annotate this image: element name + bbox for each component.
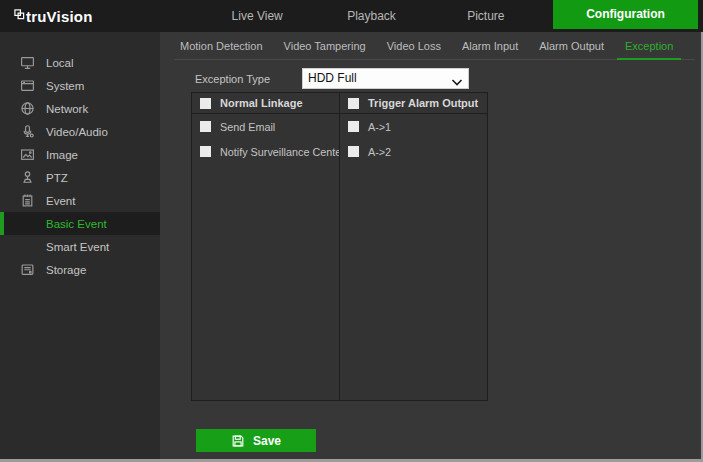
topbar: truVision Live ViewPlaybackPicture Confi… xyxy=(0,0,703,32)
sidebar-item-storage[interactable]: Storage xyxy=(0,258,160,281)
sidebar-item-label: System xyxy=(46,80,84,92)
sidebar-item-label: PTZ xyxy=(46,172,68,184)
linkage-item-a-1: A->1 xyxy=(340,114,487,139)
tab-alarm-input[interactable]: Alarm Input xyxy=(456,40,524,59)
column-header-label: Normal Linkage xyxy=(220,97,303,109)
exception-type-row: Exception Type HDD Full xyxy=(195,69,703,88)
sidebar-item-label: Video/Audio xyxy=(46,126,108,138)
sidebar-item-smart-event[interactable]: Smart Event xyxy=(0,235,160,258)
sidebar-item-image[interactable]: Image xyxy=(0,143,160,166)
save-label: Save xyxy=(253,434,281,448)
logo-icon xyxy=(14,6,25,17)
chevron-down-icon xyxy=(451,74,463,83)
ptz-icon xyxy=(20,170,35,185)
checkbox-trigger-alarm-output[interactable] xyxy=(348,98,359,109)
checkbox-send-email[interactable] xyxy=(200,121,211,132)
checkbox-a-2[interactable] xyxy=(348,146,359,157)
sidebar-item-event[interactable]: Event xyxy=(0,189,160,212)
sidebar-item-local[interactable]: Local xyxy=(0,51,160,74)
sidebar-item-label: Storage xyxy=(46,264,86,276)
exception-type-select[interactable]: HDD Full xyxy=(302,68,469,89)
linkage-item-notify-surveillance-center: Notify Surveillance Center xyxy=(192,139,339,164)
save-row: Save xyxy=(196,429,703,452)
column-header-normal-linkage: Normal Linkage xyxy=(192,93,339,114)
sidebar-item-system[interactable]: System xyxy=(0,74,160,97)
sidebar-item-label: Local xyxy=(46,57,74,69)
linkage-column-trigger-alarm-output: Trigger Alarm OutputA->1A->2 xyxy=(339,92,488,401)
save-button[interactable]: Save xyxy=(196,429,316,452)
image-icon xyxy=(20,147,35,162)
sidebar-item-label: Event xyxy=(46,195,75,207)
microphone-icon xyxy=(20,124,35,139)
app-logo: truVision xyxy=(14,6,93,25)
sidebar-item-network[interactable]: Network xyxy=(0,97,160,120)
linkage-column-normal-linkage: Normal LinkageSend EmailNotify Surveilla… xyxy=(191,92,340,401)
tab-motion-detection[interactable]: Motion Detection xyxy=(174,40,269,59)
sidebar-item-video-audio[interactable]: Video/Audio xyxy=(0,120,160,143)
globe-icon xyxy=(20,101,35,116)
column-header-label: Trigger Alarm Output xyxy=(368,97,478,109)
nav-item-playback[interactable]: Playback xyxy=(314,0,428,32)
sidebar-item-label: Smart Event xyxy=(46,241,109,253)
top-nav: Live ViewPlaybackPicture xyxy=(200,0,543,32)
main-content: Motion DetectionVideo TamperingVideo Los… xyxy=(160,32,703,459)
checkbox-notify-surveillance-center[interactable] xyxy=(200,146,211,157)
nav-item-configuration[interactable]: Configuration xyxy=(553,0,698,29)
window-icon xyxy=(20,78,35,93)
checkbox-a-1[interactable] xyxy=(348,121,359,132)
tab-video-loss[interactable]: Video Loss xyxy=(381,40,447,59)
monitor-icon xyxy=(20,55,35,70)
exception-type-value: HDD Full xyxy=(308,71,357,85)
sidebar: LocalSystemNetworkVideo/AudioImagePTZEve… xyxy=(0,32,160,459)
storage-icon xyxy=(20,262,35,277)
tab-exception[interactable]: Exception xyxy=(619,40,679,59)
nav-item-live-view[interactable]: Live View xyxy=(200,0,314,32)
event-icon xyxy=(20,193,35,208)
tab-video-tampering[interactable]: Video Tampering xyxy=(278,40,372,59)
linkage-item-send-email: Send Email xyxy=(192,114,339,139)
sidebar-item-label: Image xyxy=(46,149,78,161)
save-icon xyxy=(231,434,245,448)
nav-item-picture[interactable]: Picture xyxy=(429,0,543,32)
linkage-item-label: A->1 xyxy=(368,121,391,133)
sidebar-item-ptz[interactable]: PTZ xyxy=(0,166,160,189)
linkage-item-label: Notify Surveillance Center xyxy=(220,146,345,158)
logo-text: truVision xyxy=(26,8,93,25)
checkbox-normal-linkage[interactable] xyxy=(200,98,211,109)
linkage-item-label: Send Email xyxy=(220,121,275,133)
linkage-item-a-2: A->2 xyxy=(340,139,487,164)
sidebar-item-basic-event[interactable]: Basic Event xyxy=(0,212,160,235)
tab-alarm-output[interactable]: Alarm Output xyxy=(533,40,610,59)
linkage-panel: Normal LinkageSend EmailNotify Surveilla… xyxy=(191,92,703,401)
sidebar-item-label: Basic Event xyxy=(46,218,107,230)
linkage-item-label: A->2 xyxy=(368,146,391,158)
tab-bar: Motion DetectionVideo TamperingVideo Los… xyxy=(174,32,695,60)
sidebar-item-label: Network xyxy=(46,103,88,115)
column-header-trigger-alarm-output: Trigger Alarm Output xyxy=(340,93,487,114)
exception-type-label: Exception Type xyxy=(195,73,302,85)
